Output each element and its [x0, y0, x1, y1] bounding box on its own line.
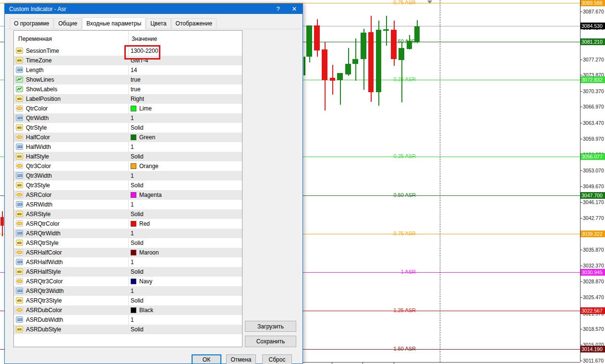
table-row[interactable]: 123ASRQtr3Width1 — [14, 286, 242, 296]
param-value[interactable]: Solid — [131, 268, 144, 275]
table-row[interactable]: HalfColorGreen — [14, 133, 242, 142]
tab-1[interactable]: О программе — [10, 18, 53, 29]
param-value[interactable]: Black — [131, 307, 153, 314]
param-value[interactable]: Maroon — [131, 249, 159, 256]
param-value[interactable]: Solid — [131, 240, 144, 246]
chart-marker-arrow-icon — [427, 0, 432, 4]
table-row[interactable]: abHalfStyleSolid — [14, 152, 242, 161]
candle-body-down — [322, 49, 327, 80]
param-value[interactable]: Green — [131, 134, 155, 141]
save-button[interactable]: Сохранить — [245, 336, 296, 347]
table-row[interactable]: Qtr3ColorOrange — [14, 161, 242, 171]
table-row[interactable]: 123HalfWidth1 — [14, 142, 242, 152]
table-row[interactable]: abASRHalfStyleSolid — [14, 267, 242, 277]
table-row[interactable]: abASRStyleSolid — [14, 209, 242, 219]
param-value[interactable]: Lime — [131, 105, 152, 112]
table-row[interactable]: 123QtrWidth1 — [14, 113, 242, 123]
tab-5[interactable]: Отображение — [171, 18, 217, 29]
table-row[interactable]: 123Qtr3Width1 — [14, 171, 242, 181]
param-value-text: Magenta — [139, 192, 162, 198]
param-value[interactable]: 1 — [131, 259, 134, 266]
axis-tick-mark — [580, 202, 582, 203]
axis-tick-label: 3035.870 — [583, 247, 604, 253]
dialog-titlebar[interactable]: Custom Indicator - Asr ? ✕ — [5, 4, 302, 14]
param-type-bool-icon — [16, 86, 23, 92]
param-name: QtrWidth — [26, 115, 48, 121]
ok-button[interactable]: ОК — [192, 354, 221, 364]
param-name: TimeZone — [26, 57, 52, 64]
table-row[interactable]: abASRQtr3StyleSolid — [14, 296, 242, 305]
table-row[interactable]: ASRHalfColorMaroon — [14, 248, 242, 257]
tab-3[interactable]: Входные параметры — [82, 17, 145, 29]
param-value[interactable]: Solid — [131, 297, 144, 304]
param-value[interactable]: Solid — [131, 153, 144, 160]
table-row[interactable]: 123ASRHalfWidth1 — [14, 257, 242, 267]
table-row[interactable]: ASRQtrColorRed — [14, 219, 242, 229]
param-value[interactable]: Solid — [131, 211, 144, 218]
table-row[interactable]: 123ASRWidth1 — [14, 200, 242, 209]
table-row[interactable]: ShowLabelstrue — [14, 85, 242, 94]
table-row[interactable]: abQtr3StyleSolid — [14, 181, 242, 190]
table-row[interactable]: ASRColorMagenta — [14, 190, 242, 200]
param-value[interactable]: Solid — [131, 182, 144, 189]
param-value-text: Navy — [139, 278, 152, 285]
table-row[interactable]: 123Length14 — [14, 65, 242, 75]
table-row[interactable]: 123ASRQtrWidth1 — [14, 229, 242, 238]
param-value[interactable]: 1 — [131, 115, 134, 121]
param-value[interactable]: Solid — [131, 326, 144, 333]
param-value[interactable]: true — [131, 86, 141, 93]
reset-button[interactable]: Сброс — [262, 354, 292, 364]
param-value[interactable]: 1 — [131, 144, 134, 150]
param-name: ASRHalfColor — [26, 249, 62, 256]
param-name: ASRDubStyle — [26, 326, 61, 333]
candle-body-up — [414, 26, 420, 42]
param-type-int-icon: 123 — [16, 67, 23, 73]
param-value[interactable]: 1 — [131, 230, 134, 237]
param-value[interactable]: 1 — [131, 172, 134, 179]
param-value-text: 1 — [131, 144, 134, 150]
param-type-color-icon — [16, 192, 23, 198]
param-value[interactable]: Solid — [131, 124, 144, 131]
table-row[interactable]: QtrColorLime — [14, 104, 242, 113]
param-name: HalfWidth — [26, 144, 51, 150]
table-row[interactable]: ASRDubColorBlack — [14, 305, 242, 315]
param-value[interactable]: 1 — [131, 288, 134, 294]
load-button[interactable]: Загрузить — [245, 321, 296, 332]
param-name: QtrStyle — [26, 124, 47, 131]
tab-4[interactable]: Цвета — [146, 18, 170, 29]
table-row[interactable]: 123ASRDubWidth1 — [14, 315, 242, 325]
param-value-text: true — [131, 86, 141, 93]
param-value[interactable]: 1 — [131, 316, 134, 323]
param-name: SessionTime — [26, 48, 59, 54]
mt4-screen: 0.75 ASR0.50 ASR0.25 ASR-0.25 ASR-0.50 A… — [0, 0, 605, 364]
tab-2[interactable]: Общие — [54, 18, 81, 29]
param-value[interactable]: Red — [131, 220, 150, 227]
table-row[interactable]: abQtrStyleSolid — [14, 123, 242, 133]
table-row[interactable]: abASRQtrStyleSolid — [14, 238, 242, 248]
help-button[interactable]: ? — [270, 5, 286, 12]
time-axis-border — [303, 362, 580, 363]
param-value[interactable]: 1 — [131, 201, 134, 208]
param-type-str-icon: ab — [16, 211, 23, 217]
axis-tick-mark — [580, 297, 582, 298]
asr-line-label: -1 ASR — [355, 269, 416, 275]
param-value[interactable]: Right — [131, 96, 144, 102]
table-row[interactable]: abLabelPositionRight — [14, 94, 242, 104]
table-row[interactable]: ShowLinestrue — [14, 75, 242, 85]
param-type-str-icon: ab — [16, 240, 23, 246]
param-value[interactable]: Navy — [131, 278, 152, 285]
table-row[interactable]: abASRDubStyleSolid — [14, 325, 242, 334]
asr-line-label: -0.25 ASR — [355, 153, 416, 159]
param-value-text: Lime — [139, 105, 152, 112]
close-icon[interactable]: ✕ — [286, 5, 302, 12]
table-row[interactable]: ASRQtr3ColorNavy — [14, 277, 242, 286]
price-tag: 3047.700 — [581, 192, 605, 199]
param-value[interactable]: 14 — [131, 67, 137, 73]
cancel-button[interactable]: Отмена — [226, 354, 256, 364]
param-value[interactable]: Magenta — [131, 192, 162, 198]
axis-tick-mark — [580, 266, 582, 266]
param-name: LabelPosition — [26, 96, 60, 102]
param-value[interactable]: true — [131, 76, 141, 83]
color-swatch — [131, 279, 136, 284]
param-value[interactable]: Orange — [131, 163, 158, 170]
